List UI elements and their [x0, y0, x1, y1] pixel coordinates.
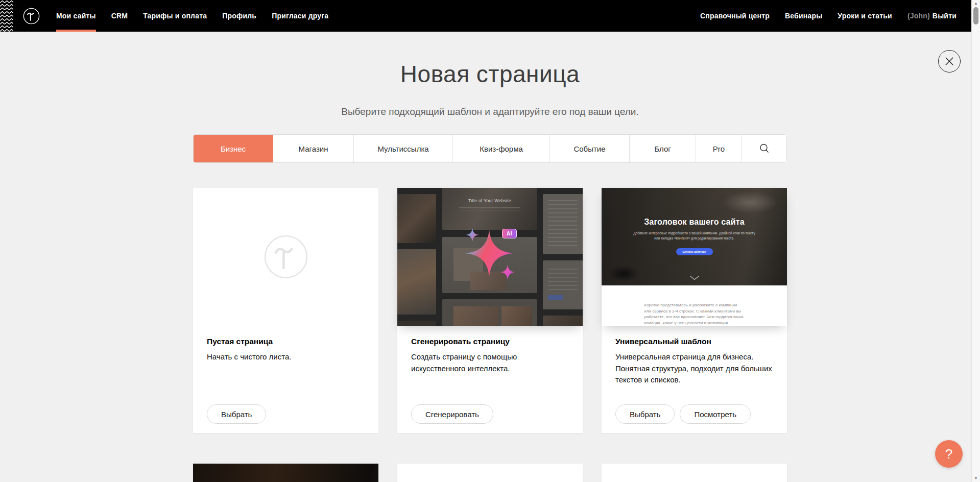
- template-card-partial[interactable]: [602, 464, 787, 482]
- template-card-ai: Title of Your Website: [397, 188, 583, 433]
- nav-item-tariffs[interactable]: Тарифы и оплата: [135, 0, 214, 32]
- user-name: (John): [907, 12, 930, 20]
- universal-template-thumbnail[interactable]: Заголовок вашего сайта Добавьте интересн…: [602, 188, 787, 326]
- template-grid: Пустая страница Начать с чистого листа. …: [193, 188, 787, 433]
- hero-title: Заголовок вашего сайта: [602, 218, 787, 227]
- nav-item-invite-friend[interactable]: Пригласи друга: [264, 0, 336, 32]
- secondary-nav: Справочный центр Вебинары Уроки и статьи…: [692, 0, 964, 32]
- nav-item-profile[interactable]: Профиль: [214, 0, 264, 32]
- main-nav: Мои сайты CRM Тарифы и оплата Профиль Пр…: [49, 0, 336, 32]
- select-button[interactable]: Выбрать: [615, 404, 675, 424]
- partial-thumbnail-dark: [193, 464, 378, 482]
- preview-button[interactable]: Посмотреть: [680, 404, 751, 424]
- partial-thumbnail-teal: [397, 464, 583, 482]
- ai-sparkles-icon: [397, 188, 583, 326]
- card-description: Создать страницу с помощью искусственног…: [411, 351, 569, 374]
- scroll-down-arrow[interactable]: ▼: [972, 475, 980, 481]
- ai-badge: AI: [502, 229, 517, 238]
- tab-store[interactable]: Магазин: [273, 135, 354, 162]
- chevron-down-icon: [690, 276, 699, 280]
- page-subtitle: Выберите подходящий шаблон и адаптируйте…: [193, 106, 787, 117]
- generate-button[interactable]: Сгенерировать: [411, 404, 493, 424]
- card-title: Универсальный шаблон: [615, 337, 773, 346]
- select-button[interactable]: Выбрать: [207, 404, 266, 424]
- card-title: Пустая страница: [207, 337, 365, 346]
- nav-item-lessons[interactable]: Уроки и статьи: [830, 0, 900, 32]
- blank-template-thumbnail[interactable]: [193, 188, 378, 326]
- partial-thumbnail-light: [602, 464, 787, 482]
- nav-item-webinars[interactable]: Вебинары: [777, 0, 830, 32]
- help-button[interactable]: ?: [935, 440, 963, 468]
- card-description: Универсальная страница для бизнеса. Поня…: [615, 351, 773, 386]
- tab-event[interactable]: Событие: [550, 135, 630, 162]
- nav-item-help-center[interactable]: Справочный центр: [692, 0, 777, 32]
- zigzag-pattern-icon: [0, 0, 13, 32]
- tab-search[interactable]: [742, 135, 786, 162]
- tilda-watermark-icon: [264, 234, 308, 279]
- hero-cta-button: Целевое действие: [676, 248, 713, 255]
- tilda-logo[interactable]: [23, 8, 40, 25]
- tab-business[interactable]: Бизнес: [194, 135, 273, 162]
- hero-subtitle: Добавьте интересные подробности о вашей …: [631, 231, 758, 241]
- template-card-partial[interactable]: [193, 464, 378, 482]
- close-button[interactable]: [938, 50, 961, 73]
- template-hero-preview: Заголовок вашего сайта Добавьте интересн…: [602, 188, 787, 285]
- nav-item-my-sites[interactable]: Мои сайты: [49, 0, 104, 32]
- category-tabs: Бизнес Магазин Мультиссылка Квиз-форма С…: [193, 134, 787, 163]
- tab-quiz-form[interactable]: Квиз-форма: [453, 135, 550, 162]
- top-navbar: Мои сайты CRM Тарифы и оплата Профиль Пр…: [0, 0, 980, 32]
- tab-blog[interactable]: Блог: [630, 135, 696, 162]
- logout-label: Выйти: [933, 12, 957, 20]
- template-card-partial[interactable]: [397, 464, 583, 482]
- nav-item-logout[interactable]: (John) Выйти: [900, 0, 964, 32]
- nav-item-crm[interactable]: CRM: [104, 0, 135, 32]
- new-page-dialog: Новая страница Выберите подходящий шабло…: [193, 60, 787, 482]
- template-card-universal: Заголовок вашего сайта Добавьте интересн…: [602, 188, 787, 433]
- close-icon: [939, 50, 960, 73]
- scrollbar[interactable]: ▲ ▼: [971, 0, 980, 482]
- template-grid-row2: [193, 464, 787, 482]
- template-body-text: Коротко представьтесь и расскажите о ком…: [644, 302, 745, 326]
- card-title: Сгенерировать страницу: [411, 337, 569, 346]
- page-title: Новая страница: [193, 60, 787, 88]
- ai-template-thumbnail[interactable]: Title of Your Website: [397, 188, 583, 326]
- tab-pro[interactable]: Pro: [696, 135, 742, 162]
- tab-multilink[interactable]: Мультиссылка: [354, 135, 453, 162]
- scrollbar-thumb[interactable]: [973, 7, 978, 25]
- card-description: Начать с чистого листа.: [207, 351, 365, 363]
- template-card-blank: Пустая страница Начать с чистого листа. …: [193, 188, 378, 433]
- scroll-up-arrow[interactable]: ▲: [972, 1, 980, 7]
- search-icon: [759, 143, 770, 154]
